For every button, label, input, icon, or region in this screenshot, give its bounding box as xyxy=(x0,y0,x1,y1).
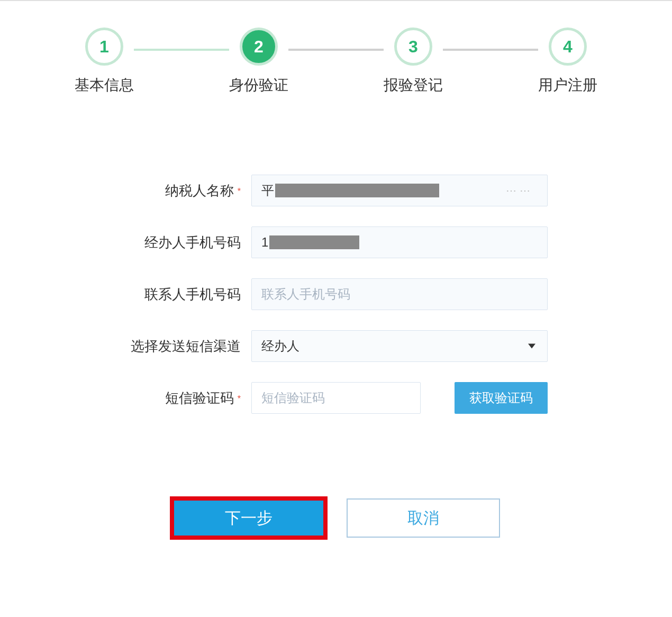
step-4: 4 用户注册 xyxy=(538,28,597,95)
taxpayer-name-prefix: 平 xyxy=(261,182,274,199)
step-4-label: 用户注册 xyxy=(538,75,597,95)
sms-channel-value: 经办人 xyxy=(261,338,299,355)
step-1-circle: 1 xyxy=(85,28,123,66)
connector-1-2 xyxy=(134,49,229,51)
redacted-block xyxy=(275,184,439,197)
step-4-circle: 4 xyxy=(549,28,587,66)
ellipsis-icon: ⋯⋯ xyxy=(506,184,538,197)
cancel-button[interactable]: 取消 xyxy=(347,498,500,538)
contact-phone-row: 联系人手机号码 xyxy=(124,278,548,310)
stepper: 1 基本信息 2 身份验证 3 报验登记 4 用户注册 xyxy=(0,1,672,111)
agent-phone-field[interactable]: 1 xyxy=(251,226,548,258)
agent-phone-row: 经办人手机号码 1 xyxy=(124,226,548,258)
agent-phone-label: 经办人手机号码 xyxy=(124,233,251,252)
contact-phone-label: 联系人手机号码 xyxy=(124,285,251,304)
chevron-down-icon xyxy=(528,344,535,349)
form-area: 纳税人名称 * 平 ⋯⋯ 经办人手机号码 1 联系人手机号码 选择发送短信渠道 … xyxy=(124,175,548,538)
step-2-circle: 2 xyxy=(240,28,278,66)
step-3-circle: 3 xyxy=(394,28,432,66)
step-2: 2 身份验证 xyxy=(229,28,288,95)
taxpayer-name-row: 纳税人名称 * 平 ⋯⋯ xyxy=(124,175,548,206)
agent-phone-prefix: 1 xyxy=(261,235,268,250)
sms-code-row: 短信验证码 * 获取验证码 xyxy=(124,382,548,414)
connector-3-4 xyxy=(443,49,538,51)
step-1: 1 基本信息 xyxy=(75,28,134,95)
step-1-label: 基本信息 xyxy=(75,75,134,95)
sms-code-label: 短信验证码 * xyxy=(124,389,251,407)
sms-channel-select[interactable]: 经办人 xyxy=(251,330,548,362)
required-mark: * xyxy=(238,394,241,403)
redacted-block xyxy=(269,235,359,249)
contact-phone-input[interactable] xyxy=(251,278,548,310)
get-code-button[interactable]: 获取验证码 xyxy=(455,382,548,414)
next-button[interactable]: 下一步 xyxy=(172,498,325,538)
step-3: 3 报验登记 xyxy=(384,28,443,95)
taxpayer-name-field[interactable]: 平 ⋯⋯ xyxy=(251,175,548,206)
required-mark: * xyxy=(238,187,241,196)
step-3-label: 报验登记 xyxy=(384,75,443,95)
sms-code-input[interactable] xyxy=(251,382,421,414)
connector-2-3 xyxy=(288,49,384,51)
sms-channel-row: 选择发送短信渠道 经办人 xyxy=(124,330,548,362)
sms-channel-label: 选择发送短信渠道 xyxy=(124,337,251,356)
action-row: 下一步 取消 xyxy=(124,498,548,538)
taxpayer-name-label: 纳税人名称 * xyxy=(124,182,251,200)
step-2-label: 身份验证 xyxy=(229,75,288,95)
